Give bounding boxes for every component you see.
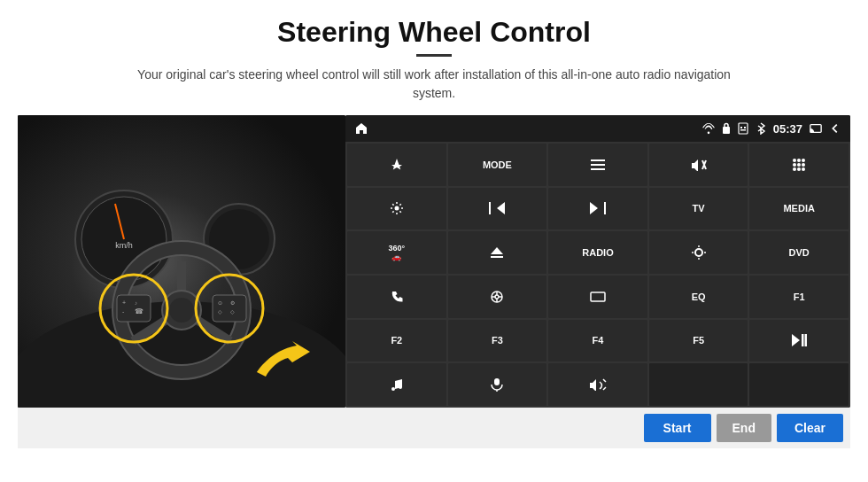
svg-rect-60: [591, 292, 605, 301]
bottom-bar: Start End Clear: [18, 408, 850, 448]
svg-rect-63: [805, 334, 808, 346]
btn-empty2: [749, 363, 849, 406]
svg-point-64: [391, 387, 395, 391]
svg-rect-30: [740, 129, 746, 131]
svg-point-38: [797, 159, 801, 162]
bluetooth-icon: [756, 122, 766, 135]
btn-nav2[interactable]: [448, 276, 547, 318]
svg-marker-47: [491, 247, 503, 254]
btn-settings[interactable]: [347, 188, 446, 230]
svg-text:♪: ♪: [135, 300, 137, 306]
start-button[interactable]: Start: [644, 414, 711, 442]
svg-text:+: +: [122, 299, 126, 306]
svg-text:◇: ◇: [218, 309, 222, 315]
svg-text:☎: ☎: [135, 307, 143, 315]
svg-point-13: [169, 298, 194, 323]
btn-brightness[interactable]: [649, 231, 748, 274]
svg-point-46: [394, 206, 399, 211]
svg-line-69: [603, 387, 606, 390]
end-button[interactable]: End: [717, 414, 771, 442]
svg-point-43: [793, 167, 796, 171]
car-image: km/h: [18, 115, 345, 408]
btn-360[interactable]: 360°🚗: [347, 231, 446, 274]
btn-tv[interactable]: TV: [649, 188, 748, 230]
btn-next[interactable]: [548, 188, 647, 230]
status-bar: 05:37: [345, 115, 850, 142]
svg-point-42: [802, 163, 805, 167]
svg-point-39: [802, 159, 805, 162]
svg-rect-28: [740, 127, 742, 128]
title-divider: [416, 54, 452, 57]
svg-text:km/h: km/h: [115, 241, 133, 250]
btn-media[interactable]: MEDIA: [749, 188, 849, 230]
content-row: km/h: [18, 115, 850, 408]
btn-list[interactable]: [548, 144, 647, 186]
btn-screen[interactable]: [548, 276, 647, 318]
clear-button[interactable]: Clear: [777, 414, 843, 442]
svg-point-65: [399, 385, 402, 389]
home-icon: [354, 121, 368, 136]
status-time: 05:37: [773, 122, 802, 136]
btn-empty1: [649, 363, 748, 406]
svg-point-55: [495, 295, 499, 299]
btn-phone[interactable]: [347, 276, 446, 318]
status-left: [354, 121, 368, 136]
lock-icon: [722, 122, 731, 135]
svg-rect-66: [494, 378, 500, 385]
wifi-icon: [702, 122, 715, 135]
svg-rect-19: [213, 295, 246, 322]
btn-eq[interactable]: EQ: [649, 276, 748, 318]
btn-nav[interactable]: [347, 144, 446, 186]
page-container: Steering Wheel Control Your original car…: [0, 0, 868, 482]
svg-text:⊙: ⊙: [218, 300, 222, 306]
svg-text:◇: ◇: [230, 309, 235, 315]
btn-music[interactable]: [347, 363, 446, 406]
svg-line-68: [603, 379, 606, 382]
btn-mode[interactable]: MODE: [448, 144, 547, 186]
btn-f5[interactable]: F5: [649, 320, 748, 362]
btn-f4[interactable]: F4: [548, 320, 647, 362]
svg-rect-33: [591, 164, 605, 166]
svg-rect-26: [723, 127, 730, 134]
svg-point-49: [695, 249, 702, 256]
button-grid: MODE: [345, 142, 850, 408]
btn-f3[interactable]: F3: [448, 320, 547, 362]
svg-point-44: [797, 167, 801, 171]
btn-f2[interactable]: F2: [347, 320, 446, 362]
cast-icon: [810, 122, 822, 135]
page-subtitle: Your original car's steering wheel contr…: [133, 66, 735, 103]
svg-text:⚙: ⚙: [230, 300, 235, 306]
svg-point-45: [802, 167, 805, 171]
btn-mute[interactable]: [649, 144, 748, 186]
btn-apps[interactable]: [749, 144, 849, 186]
btn-prev[interactable]: [448, 188, 547, 230]
svg-rect-27: [739, 123, 748, 134]
page-title: Steering Wheel Control: [277, 16, 591, 49]
btn-play-pause[interactable]: [749, 320, 849, 362]
svg-point-40: [793, 163, 796, 167]
sim-icon: [738, 122, 748, 135]
svg-point-41: [797, 163, 801, 167]
btn-volume[interactable]: [548, 363, 647, 406]
btn-mic[interactable]: [448, 363, 547, 406]
svg-rect-48: [491, 256, 503, 258]
btn-eject[interactable]: [448, 231, 547, 274]
status-right: 05:37: [702, 122, 841, 136]
svg-rect-32: [591, 159, 605, 161]
svg-point-37: [793, 159, 796, 162]
btn-dvd[interactable]: DVD: [749, 231, 849, 274]
btn-radio[interactable]: RADIO: [548, 231, 647, 274]
control-panel: 05:37: [345, 115, 850, 408]
back-icon: [829, 122, 841, 135]
svg-rect-62: [802, 334, 804, 346]
btn-f1[interactable]: F1: [749, 276, 849, 318]
svg-marker-61: [792, 334, 800, 346]
svg-rect-29: [744, 127, 746, 128]
svg-rect-34: [591, 168, 605, 170]
